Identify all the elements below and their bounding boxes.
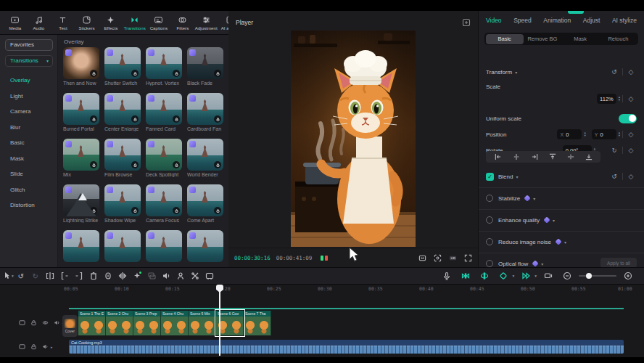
link-clips-icon[interactable]	[477, 269, 492, 283]
sidebar-favorites[interactable]: Favorites	[5, 39, 53, 51]
keyframe-rotate-button[interactable]: ◇	[625, 145, 637, 155]
transition-card[interactable]: Deck Spotlight	[146, 139, 182, 177]
transition-card-partial[interactable]	[104, 230, 141, 262]
keyframe-position-button[interactable]: ◇	[625, 129, 637, 139]
audio-clip[interactable]: Cat Cooking.mp3	[69, 340, 624, 354]
timeline-zoom-slider[interactable]	[579, 275, 616, 277]
transition-card[interactable]: Black Fade	[187, 47, 223, 86]
transition-card-partial[interactable]	[187, 230, 223, 262]
sidebar-item-glitch[interactable]: Glitch	[0, 182, 58, 198]
transition-card[interactable]: Center Enlarge	[104, 93, 141, 131]
tab-animation[interactable]: Animation	[543, 17, 571, 24]
playhead[interactable]	[219, 285, 220, 356]
align-center-horizontal-icon[interactable]	[513, 153, 520, 160]
transition-card-partial[interactable]	[63, 230, 99, 262]
transition-card[interactable]: Hypnot. Vortex	[146, 47, 182, 86]
transition-card[interactable]: World Bender	[187, 139, 223, 177]
scale-value-field[interactable]: 112%	[597, 94, 616, 104]
beauty-tool[interactable]	[188, 269, 202, 283]
reset-blend-button[interactable]: ↺	[608, 171, 620, 182]
transition-card-partial[interactable]	[146, 230, 182, 262]
menu-transitions[interactable]: Transitions	[124, 15, 145, 30]
menu-stickers[interactable]: Stickers	[76, 15, 97, 30]
sidebar-item-camera[interactable]: Camera	[0, 104, 58, 120]
chevron-down-icon[interactable]: ▾	[515, 70, 517, 75]
position-y-stepper[interactable]: ▴▾	[619, 131, 620, 138]
track-lock-icon[interactable]	[30, 343, 37, 350]
keyframe-blend-button[interactable]: ◇	[625, 171, 637, 182]
blend-checkbox[interactable]: ✓	[486, 173, 494, 181]
stabilize-checkbox[interactable]	[486, 195, 493, 202]
player-options-icon[interactable]	[462, 18, 471, 27]
sidebar-item-basic[interactable]: Basic	[0, 135, 58, 151]
transition-card[interactable]: Film Browse	[104, 139, 141, 177]
transition-card[interactable]: Camera Focus	[146, 184, 182, 223]
sidebar-item-overlay[interactable]: Overlay	[0, 73, 58, 89]
subtab-remove-bg[interactable]: Remove BG	[524, 34, 561, 44]
optical-flow-checkbox[interactable]	[486, 260, 493, 267]
chevron-down-icon[interactable]: ▾	[553, 218, 555, 223]
uniform-scale-toggle[interactable]	[619, 114, 637, 123]
position-y-field[interactable]: Y0	[592, 129, 616, 139]
clip-scene-3[interactable]: Scene 3 Prep	[133, 311, 161, 335]
track-mute-icon[interactable]	[54, 319, 60, 326]
transition-card[interactable]: Then and Now	[63, 47, 99, 86]
video-preview[interactable]	[291, 30, 416, 247]
tab-adjust[interactable]: Adjust	[583, 17, 600, 24]
track-lock-icon[interactable]	[30, 319, 37, 326]
transition-card[interactable]: Lightning Strike	[63, 184, 99, 223]
enhance-quality-checkbox[interactable]	[486, 216, 493, 224]
cover-button[interactable]: Cover	[62, 315, 78, 337]
zoom-out-button[interactable]	[560, 269, 574, 283]
sidebar-item-distortion[interactable]: Distortion	[0, 197, 58, 213]
subtab-mask[interactable]: Mask	[561, 34, 599, 44]
chevron-down-icon[interactable]: ▾	[534, 274, 537, 278]
sidebar-item-mask[interactable]: Mask	[0, 151, 58, 167]
align-bottom-icon[interactable]	[585, 153, 593, 160]
zoom-in-button[interactable]	[621, 269, 635, 283]
rotate-dial-icon[interactable]: ↻	[608, 145, 620, 155]
align-right-icon[interactable]	[531, 153, 538, 160]
sidebar-item-blur[interactable]: Blur	[0, 120, 58, 136]
snap-to-clips-icon[interactable]	[458, 269, 473, 283]
track-visibility-icon[interactable]	[19, 319, 25, 326]
track-visibility-icon[interactable]	[19, 343, 25, 350]
clip-scene-5[interactable]: Scene 5 Mix	[189, 311, 216, 335]
clip-scene-6-selected[interactable]: Scene 6 Coo	[216, 311, 244, 335]
sidebar-item-slide[interactable]: Slide	[0, 166, 58, 182]
track-mute-icon[interactable]	[42, 343, 49, 350]
export-button-edge[interactable]	[568, 11, 584, 14]
chevron-down-icon[interactable]: ▾	[541, 261, 543, 266]
render-quality-icon[interactable]	[321, 256, 328, 261]
redo-button[interactable]: ↻	[28, 269, 43, 283]
audio-tool[interactable]	[159, 269, 173, 283]
tab-video[interactable]: Video	[486, 17, 502, 24]
transition-card[interactable]: Shutter Switch	[104, 47, 141, 86]
position-x-field[interactable]: X0	[557, 129, 582, 139]
fullscreen-icon[interactable]	[464, 254, 472, 262]
chevron-down-icon[interactable]: ▾	[512, 274, 514, 278]
position-x-stepper[interactable]: ▴▾	[584, 131, 585, 138]
aspect-ratio-icon[interactable]	[418, 254, 426, 262]
transition-card[interactable]: Come Apart	[187, 184, 223, 223]
menu-audio[interactable]: Audio	[28, 15, 49, 30]
clip-scene-1[interactable]: Scene 1 The E	[78, 311, 106, 335]
menu-captions[interactable]: Captions	[148, 15, 169, 30]
preview-axis-icon[interactable]	[541, 269, 556, 283]
chevron-right-icon[interactable]: ▸	[51, 345, 53, 349]
avatar-tool[interactable]	[173, 269, 188, 283]
align-left-icon[interactable]	[495, 153, 502, 160]
apply-to-all-button[interactable]: Apply to all	[600, 258, 637, 268]
scale-stepper[interactable]: ▴▾	[619, 96, 620, 102]
track-eye-icon[interactable]	[42, 319, 49, 326]
split-tool[interactable]	[43, 269, 57, 283]
subtab-basic[interactable]: Basic	[486, 34, 524, 44]
menu-filters[interactable]: Filters	[172, 15, 193, 30]
trim-right-tool[interactable]	[72, 269, 86, 283]
menu-effects[interactable]: Effects	[100, 15, 121, 30]
sidebar-item-light[interactable]: Light	[0, 89, 58, 105]
transition-card[interactable]: Burned Portal	[63, 93, 99, 131]
tab-speed[interactable]: Speed	[513, 17, 532, 24]
keyframe-mode-icon[interactable]	[496, 269, 511, 283]
clip-scene-2[interactable]: Scene 2 Chu	[106, 311, 133, 335]
